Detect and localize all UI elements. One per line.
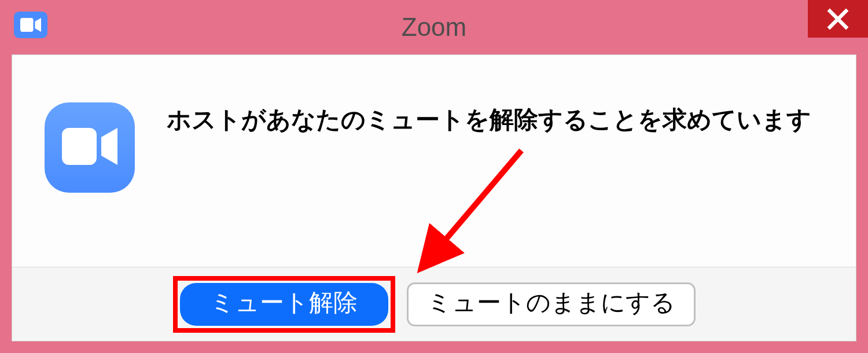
dialog-footer: ミュート解除 ミュートのままにする — [12, 267, 856, 341]
annotation-arrow-icon — [400, 145, 539, 280]
title-bar: Zoom — [0, 0, 868, 54]
close-icon — [826, 7, 850, 31]
annotation-highlight: ミュート解除 — [173, 276, 395, 333]
stay-muted-button[interactable]: ミュートのままにする — [407, 282, 696, 326]
unmute-button[interactable]: ミュート解除 — [180, 283, 388, 326]
window-title: Zoom — [0, 13, 868, 42]
video-camera-icon — [62, 128, 117, 167]
svg-line-2 — [423, 150, 521, 266]
close-button[interactable] — [808, 0, 868, 38]
zoom-app-icon — [45, 102, 135, 193]
dialog-message: ホストがあなたのミュートを解除することを求めています — [167, 104, 811, 136]
dialog: ホストがあなたのミュートを解除することを求めています ミュート解除 ミュートのま… — [12, 54, 856, 341]
dialog-body: ホストがあなたのミュートを解除することを求めています — [12, 55, 856, 267]
svg-rect-1 — [62, 128, 97, 165]
